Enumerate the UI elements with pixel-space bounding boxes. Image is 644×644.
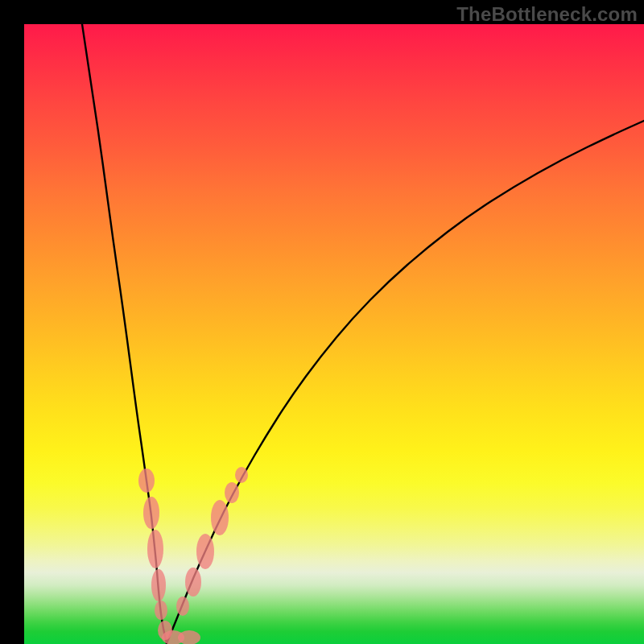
marker-point [178, 630, 200, 644]
marker-group [138, 467, 248, 644]
marker-point [138, 469, 155, 493]
marker-point [211, 500, 229, 535]
plot-area [24, 24, 644, 644]
curve-right-branch [167, 121, 644, 643]
watermark-text: TheBottleneck.com [456, 3, 638, 26]
marker-point [143, 497, 159, 529]
marker-point [151, 569, 166, 601]
chart-svg [24, 24, 644, 644]
marker-point [196, 534, 214, 569]
chart-frame: TheBottleneck.com [0, 0, 644, 644]
marker-point [235, 467, 248, 483]
marker-point [225, 482, 239, 503]
marker-point [155, 601, 167, 620]
marker-point [147, 530, 163, 568]
marker-point [176, 597, 189, 616]
marker-point [185, 568, 201, 597]
